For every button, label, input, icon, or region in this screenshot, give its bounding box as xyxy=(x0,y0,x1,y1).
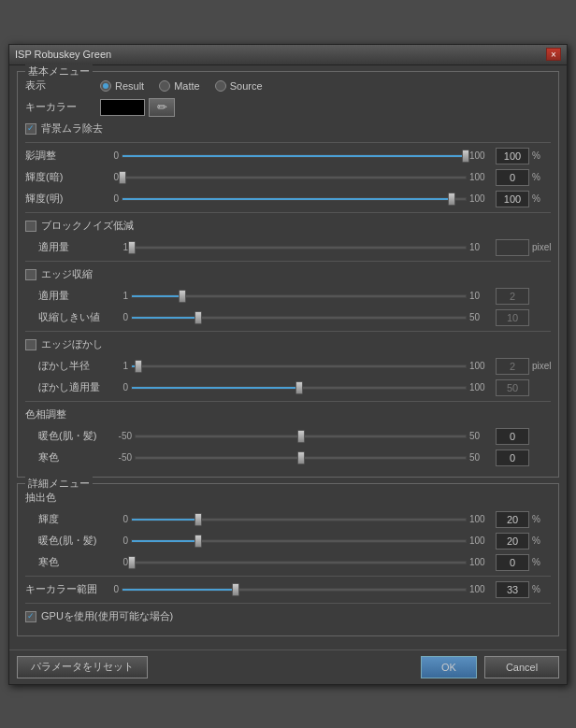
shrink-threshold-thumb[interactable] xyxy=(194,311,202,324)
edge-shrink-checkbox[interactable]: エッジ収縮 xyxy=(25,267,93,281)
blur-apply-slider[interactable] xyxy=(131,386,467,390)
detail-brightness-fill xyxy=(132,519,198,521)
warm-value[interactable] xyxy=(496,428,529,445)
edge-shrink-apply-value[interactable] xyxy=(496,288,529,305)
block-noise-checkbox[interactable]: ブロックノイズ低減 xyxy=(25,219,134,233)
detail-brightness-thumb[interactable] xyxy=(194,513,202,526)
blur-radius-thumb[interactable] xyxy=(135,360,142,373)
edge-shrink-apply-label: 適用量 xyxy=(25,289,109,303)
radio-matte[interactable]: Matte xyxy=(159,80,200,92)
detail-warm-thumb[interactable] xyxy=(194,535,202,548)
cancel-button[interactable]: Cancel xyxy=(484,656,559,678)
brightness-dark-value[interactable] xyxy=(496,169,529,186)
eyedropper-button[interactable]: ✏ xyxy=(149,98,175,117)
edge-shrink-apply-slider-container: 1 10 xyxy=(109,291,492,301)
close-button[interactable]: × xyxy=(546,48,561,61)
blur-radius-slider-container: 1 100 xyxy=(109,361,492,371)
edge-shrink-apply-slider[interactable] xyxy=(131,294,467,298)
key-range-value[interactable] xyxy=(496,581,529,598)
detail-cool-slider[interactable] xyxy=(131,561,467,564)
brightness-dark-row: 輝度(暗) 0 100 % xyxy=(25,167,551,188)
key-color-swatch[interactable] xyxy=(100,99,145,116)
radio-source[interactable]: Source xyxy=(215,80,263,92)
brightness-light-unit: % xyxy=(532,193,551,204)
ok-button[interactable]: OK xyxy=(421,656,477,678)
radio-result[interactable]: Result xyxy=(100,80,144,92)
shrink-threshold-fill xyxy=(132,317,198,319)
detail-warm-value[interactable] xyxy=(496,533,529,550)
shadow-thumb[interactable] xyxy=(462,150,469,163)
blur-apply-value[interactable] xyxy=(496,379,529,396)
blur-radius-value[interactable] xyxy=(496,358,529,375)
main-window: ISP Robuskey Green × 基本メニュー 表示 Result Ma… xyxy=(8,44,568,685)
blur-apply-thumb[interactable] xyxy=(295,381,303,394)
bg-remove-checkbox[interactable]: 背景ムラ除去 xyxy=(25,121,103,136)
reset-button[interactable]: パラメータをリセット xyxy=(17,656,148,678)
cool-label: 寒色 xyxy=(25,450,109,464)
brightness-light-value[interactable] xyxy=(496,191,529,207)
shadow-min: 0 xyxy=(100,150,119,161)
edge-shrink-check-box xyxy=(25,269,36,280)
blur-apply-min: 0 xyxy=(109,382,128,393)
blur-apply-label: ぼかし適用量 xyxy=(25,380,109,394)
cool-value[interactable] xyxy=(496,450,529,466)
shadow-slider-container: 0 100 xyxy=(100,150,492,161)
shrink-threshold-label: 収縮しきい値 xyxy=(25,310,109,324)
brightness-dark-slider[interactable] xyxy=(122,176,467,179)
edge-shrink-row: エッジ収縮 xyxy=(25,264,551,285)
bg-remove-check-box xyxy=(25,123,36,135)
detail-brightness-value[interactable] xyxy=(496,511,529,528)
radio-result-circle xyxy=(100,80,111,92)
brightness-dark-thumb[interactable] xyxy=(119,171,126,184)
blur-radius-label: ぼかし半径 xyxy=(25,359,109,373)
detail-warm-row: 暖色(肌・髪) 0 100 % xyxy=(25,531,551,551)
edge-blur-label: エッジぼかし xyxy=(41,337,103,351)
cool-row: 寒色 -50 50 xyxy=(25,448,551,468)
key-range-slider[interactable] xyxy=(122,588,467,592)
basic-menu-group: 基本メニュー 表示 Result Matte Source xyxy=(17,71,559,478)
title-bar: ISP Robuskey Green × xyxy=(9,45,567,65)
detail-brightness-label: 輝度 xyxy=(25,512,109,526)
block-noise-apply-value[interactable] xyxy=(496,239,529,256)
detail-brightness-slider[interactable] xyxy=(131,518,467,521)
radio-source-label: Source xyxy=(230,80,263,92)
detail-menu-title: 詳細メニュー xyxy=(25,477,93,491)
cool-thumb[interactable] xyxy=(297,451,305,464)
block-noise-apply-slider[interactable] xyxy=(131,246,467,250)
radio-matte-circle xyxy=(159,80,170,92)
detail-brightness-max: 100 xyxy=(469,514,492,524)
edge-blur-checkbox[interactable]: エッジぼかし xyxy=(25,337,103,351)
edge-shrink-apply-fill xyxy=(132,295,182,297)
warm-slider[interactable] xyxy=(135,435,467,438)
cool-slider[interactable] xyxy=(135,456,467,460)
shadow-slider[interactable] xyxy=(122,154,467,158)
block-noise-apply-unit: pixel xyxy=(532,242,551,252)
blur-radius-min: 1 xyxy=(109,361,128,371)
shrink-threshold-slider[interactable] xyxy=(131,316,467,320)
edge-shrink-apply-thumb[interactable] xyxy=(179,290,186,303)
radio-source-circle xyxy=(215,80,226,92)
brightness-light-thumb[interactable] xyxy=(448,193,455,206)
blur-apply-fill xyxy=(132,387,299,389)
warm-min: -50 xyxy=(109,431,132,441)
detail-cool-value[interactable] xyxy=(496,554,529,571)
shadow-max: 100 xyxy=(469,150,492,161)
extract-row: 抽出色 xyxy=(25,488,551,508)
block-noise-apply-thumb[interactable] xyxy=(128,241,136,254)
warm-thumb[interactable] xyxy=(297,430,305,443)
key-range-thumb[interactable] xyxy=(232,583,239,596)
detail-brightness-row: 輝度 0 100 % xyxy=(25,509,551,530)
detail-warm-slider[interactable] xyxy=(131,539,467,543)
gpu-checkbox[interactable]: GPUを使用(使用可能な場合) xyxy=(25,609,173,623)
detail-warm-min: 0 xyxy=(109,535,128,546)
shrink-threshold-max: 50 xyxy=(469,312,492,322)
shadow-value[interactable] xyxy=(496,148,529,164)
blur-radius-slider[interactable] xyxy=(131,364,467,368)
detail-cool-thumb[interactable] xyxy=(128,556,136,569)
key-color-label: キーカラー xyxy=(25,100,100,114)
detail-warm-label: 暖色(肌・髪) xyxy=(25,534,109,548)
detail-warm-fill xyxy=(132,540,198,542)
brightness-light-slider-container: 0 100 xyxy=(100,193,492,204)
brightness-light-slider[interactable] xyxy=(122,197,467,201)
shrink-threshold-value[interactable] xyxy=(496,309,529,326)
